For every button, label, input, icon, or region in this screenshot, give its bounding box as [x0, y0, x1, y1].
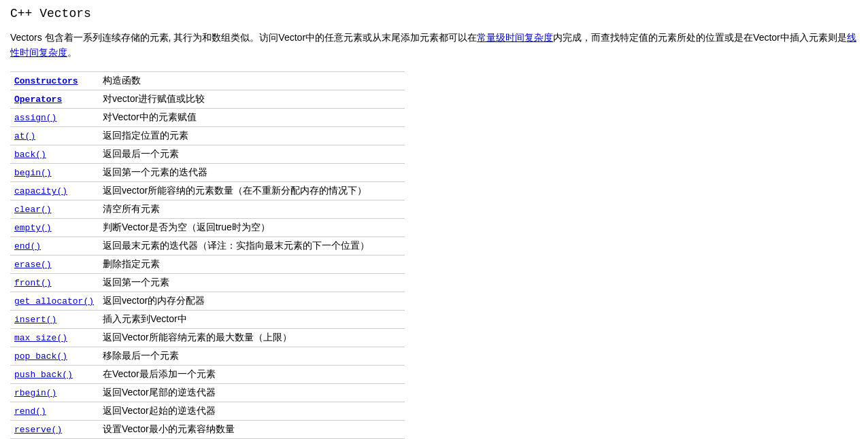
intro-text-middle: 内完成，而查找特定值的元素所处的位置或是在Vector中插入元素则是 [553, 32, 847, 43]
method-link[interactable]: capacity() [14, 186, 67, 196]
method-link[interactable]: front() [14, 278, 52, 288]
method-link[interactable]: empty() [14, 223, 52, 233]
method-link-cell[interactable]: clear() [10, 200, 99, 218]
method-link[interactable]: max_size() [14, 333, 67, 343]
method-link[interactable]: Constructors [14, 76, 78, 86]
method-link[interactable]: clear() [14, 205, 52, 215]
method-desc: 设置Vector最小的元素容纳数量 [99, 420, 405, 438]
table-row: pop_back()移除最后一个元素 [10, 347, 405, 365]
table-row: erase()删除指定元素 [10, 255, 405, 273]
method-link[interactable]: at() [14, 131, 35, 141]
method-desc: 返回指定位置的元素 [99, 126, 405, 145]
table-row: reserve()设置Vector最小的元素容纳数量 [10, 420, 405, 438]
intro-text-before: Vectors 包含着一系列连续存储的元素, 其行为和数组类似。访问Vector… [10, 32, 477, 43]
method-desc: 返回最后一个元素 [99, 145, 405, 163]
method-link[interactable]: rbegin() [14, 388, 56, 398]
method-link-cell[interactable]: assign() [10, 108, 99, 126]
method-link-cell[interactable]: rend() [10, 402, 99, 420]
intro-paragraph: Vectors 包含着一系列连续存储的元素, 其行为和数组类似。访问Vector… [10, 30, 858, 60]
method-desc: 返回Vector所能容纳元素的最大数量（上限） [99, 328, 405, 347]
table-row: front()返回第一个元素 [10, 273, 405, 292]
method-link[interactable]: rend() [14, 406, 46, 417]
method-link-cell[interactable]: capacity() [10, 181, 99, 200]
method-desc: 返回最末元素的迭代器（译注：实指向最末元素的下一个位置） [99, 236, 405, 255]
method-link[interactable]: back() [14, 150, 46, 160]
methods-table: Constructors构造函数Operators对vector进行赋值或比较a… [10, 71, 405, 439]
method-link[interactable]: Operators [14, 94, 62, 105]
method-desc: 返回Vector尾部的逆迭代器 [99, 383, 405, 402]
table-row: clear()清空所有元素 [10, 200, 405, 218]
method-link-cell[interactable]: insert() [10, 310, 99, 328]
method-link[interactable]: erase() [14, 260, 52, 270]
method-link-cell[interactable]: begin() [10, 163, 99, 181]
table-row: push_back()在Vector最后添加一个元素 [10, 365, 405, 383]
method-desc: 返回第一个元素 [99, 273, 405, 292]
method-link-cell[interactable]: Constructors [10, 71, 99, 90]
method-link[interactable]: begin() [14, 168, 52, 178]
method-desc: 移除最后一个元素 [99, 347, 405, 365]
method-desc: 对Vector中的元素赋值 [99, 108, 405, 126]
method-link-cell[interactable]: empty() [10, 218, 99, 236]
table-row: begin()返回第一个元素的迭代器 [10, 163, 405, 181]
method-link-cell[interactable]: max_size() [10, 328, 99, 347]
method-desc: 判断Vector是否为空（返回true时为空） [99, 218, 405, 236]
table-row: end()返回最末元素的迭代器（译注：实指向最末元素的下一个位置） [10, 236, 405, 255]
table-row: insert()插入元素到Vector中 [10, 310, 405, 328]
method-desc: 清空所有元素 [99, 200, 405, 218]
method-link-cell[interactable]: front() [10, 273, 99, 292]
method-link[interactable]: pop_back() [14, 351, 67, 362]
method-desc: 返回vector的内存分配器 [99, 292, 405, 310]
table-row: Operators对vector进行赋值或比较 [10, 90, 405, 108]
method-desc: 在Vector最后添加一个元素 [99, 365, 405, 383]
method-link[interactable]: reserve() [14, 425, 62, 435]
link-constant-time[interactable]: 常量级时间复杂度 [477, 32, 553, 43]
method-link[interactable]: push_back() [14, 370, 73, 380]
table-row: rend()返回Vector起始的逆迭代器 [10, 402, 405, 420]
method-link[interactable]: insert() [14, 315, 56, 325]
method-desc: 构造函数 [99, 71, 405, 90]
table-row: back()返回最后一个元素 [10, 145, 405, 163]
method-link[interactable]: assign() [14, 113, 56, 123]
table-row: assign()对Vector中的元素赋值 [10, 108, 405, 126]
method-link-cell[interactable]: erase() [10, 255, 99, 273]
method-link-cell[interactable]: get_allocator() [10, 292, 99, 310]
method-link[interactable]: get_allocator() [14, 296, 94, 306]
method-link[interactable]: end() [14, 241, 41, 251]
method-desc: 删除指定元素 [99, 255, 405, 273]
page-title: C++ Vectors [10, 7, 858, 20]
table-row: Constructors构造函数 [10, 71, 405, 90]
method-link-cell[interactable]: pop_back() [10, 347, 99, 365]
table-row: max_size()返回Vector所能容纳元素的最大数量（上限） [10, 328, 405, 347]
method-desc: 插入元素到Vector中 [99, 310, 405, 328]
table-row: empty()判断Vector是否为空（返回true时为空） [10, 218, 405, 236]
method-desc: 返回Vector起始的逆迭代器 [99, 402, 405, 420]
method-desc: 返回vector所能容纳的元素数量（在不重新分配内存的情况下） [99, 181, 405, 200]
method-desc: 返回第一个元素的迭代器 [99, 163, 405, 181]
method-link-cell[interactable]: rbegin() [10, 383, 99, 402]
table-row: rbegin()返回Vector尾部的逆迭代器 [10, 383, 405, 402]
method-link-cell[interactable]: reserve() [10, 420, 99, 438]
method-link-cell[interactable]: Operators [10, 90, 99, 108]
method-link-cell[interactable]: push_back() [10, 365, 99, 383]
method-desc: 对vector进行赋值或比较 [99, 90, 405, 108]
table-row: get_allocator()返回vector的内存分配器 [10, 292, 405, 310]
method-link-cell[interactable]: at() [10, 126, 99, 145]
method-link-cell[interactable]: back() [10, 145, 99, 163]
method-link-cell[interactable]: end() [10, 236, 99, 255]
intro-text-end: 。 [67, 47, 77, 58]
table-row: capacity()返回vector所能容纳的元素数量（在不重新分配内存的情况下… [10, 181, 405, 200]
table-row: at()返回指定位置的元素 [10, 126, 405, 145]
